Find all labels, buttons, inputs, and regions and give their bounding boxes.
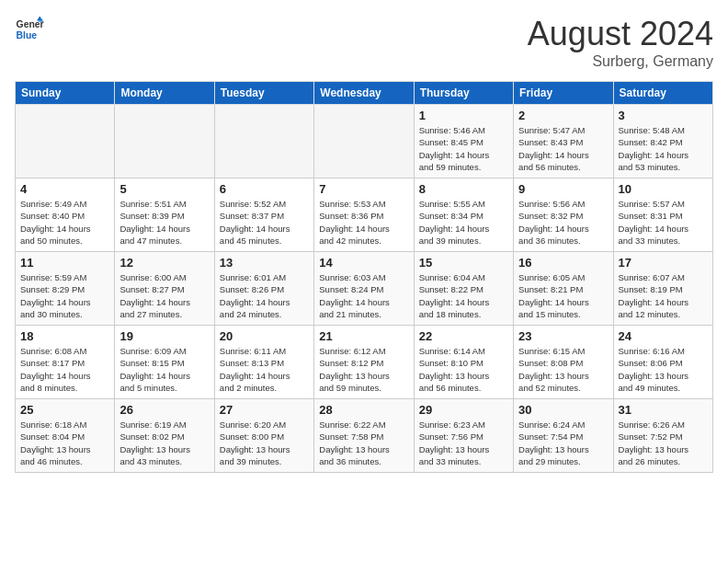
day-info: Sunrise: 6:23 AM Sunset: 7:56 PM Dayligh… bbox=[419, 419, 508, 467]
day-header-tuesday: Tuesday bbox=[214, 82, 313, 105]
day-cell: 17Sunrise: 6:07 AM Sunset: 8:19 PM Dayli… bbox=[613, 252, 712, 326]
day-number: 24 bbox=[619, 329, 708, 343]
day-number: 4 bbox=[20, 182, 109, 196]
day-info: Sunrise: 6:26 AM Sunset: 7:52 PM Dayligh… bbox=[619, 419, 708, 467]
day-cell: 20Sunrise: 6:11 AM Sunset: 8:13 PM Dayli… bbox=[214, 326, 313, 399]
day-cell: 29Sunrise: 6:23 AM Sunset: 7:56 PM Dayli… bbox=[414, 399, 513, 473]
day-info: Sunrise: 5:57 AM Sunset: 8:31 PM Dayligh… bbox=[619, 198, 708, 247]
day-info: Sunrise: 5:56 AM Sunset: 8:32 PM Dayligh… bbox=[518, 198, 608, 247]
day-cell: 25Sunrise: 6:18 AM Sunset: 8:04 PM Dayli… bbox=[16, 399, 115, 473]
day-info: Sunrise: 5:49 AM Sunset: 8:40 PM Dayligh… bbox=[20, 198, 109, 247]
day-info: Sunrise: 6:01 AM Sunset: 8:26 PM Dayligh… bbox=[220, 271, 309, 320]
day-number: 23 bbox=[518, 329, 608, 343]
day-cell: 28Sunrise: 6:22 AM Sunset: 7:58 PM Dayli… bbox=[314, 399, 414, 473]
day-number: 26 bbox=[119, 403, 209, 417]
day-cell: 26Sunrise: 6:19 AM Sunset: 8:02 PM Dayli… bbox=[115, 399, 214, 473]
day-info: Sunrise: 6:04 AM Sunset: 8:22 PM Dayligh… bbox=[419, 271, 508, 320]
day-cell: 15Sunrise: 6:04 AM Sunset: 8:22 PM Dayli… bbox=[414, 252, 513, 326]
day-cell: 1Sunrise: 5:46 AM Sunset: 8:45 PM Daylig… bbox=[414, 105, 513, 178]
day-number: 19 bbox=[119, 329, 209, 343]
logo: General Blue bbox=[15, 15, 44, 44]
week-row-1: 1Sunrise: 5:46 AM Sunset: 8:45 PM Daylig… bbox=[16, 105, 713, 178]
day-info: Sunrise: 6:16 AM Sunset: 8:06 PM Dayligh… bbox=[619, 345, 708, 394]
day-number: 27 bbox=[220, 403, 309, 417]
header-row: SundayMondayTuesdayWednesdayThursdayFrid… bbox=[16, 82, 713, 105]
week-row-5: 25Sunrise: 6:18 AM Sunset: 8:04 PM Dayli… bbox=[16, 399, 713, 473]
day-cell: 24Sunrise: 6:16 AM Sunset: 8:06 PM Dayli… bbox=[613, 326, 712, 399]
day-cell: 11Sunrise: 5:59 AM Sunset: 8:29 PM Dayli… bbox=[16, 252, 115, 326]
day-cell: 2Sunrise: 5:47 AM Sunset: 8:43 PM Daylig… bbox=[514, 105, 613, 178]
day-cell: 31Sunrise: 6:26 AM Sunset: 7:52 PM Dayli… bbox=[613, 399, 712, 473]
day-info: Sunrise: 6:03 AM Sunset: 8:24 PM Dayligh… bbox=[319, 271, 408, 320]
day-number: 25 bbox=[20, 403, 109, 417]
day-number: 2 bbox=[518, 109, 608, 122]
subtitle: Surberg, Germany bbox=[528, 53, 713, 70]
day-info: Sunrise: 6:08 AM Sunset: 8:17 PM Dayligh… bbox=[20, 345, 109, 394]
day-number: 15 bbox=[419, 256, 508, 270]
day-number: 3 bbox=[619, 109, 708, 122]
day-number: 28 bbox=[319, 403, 408, 417]
day-cell: 5Sunrise: 5:51 AM Sunset: 8:39 PM Daylig… bbox=[115, 178, 214, 252]
day-info: Sunrise: 5:55 AM Sunset: 8:34 PM Dayligh… bbox=[419, 198, 508, 247]
day-info: Sunrise: 6:22 AM Sunset: 7:58 PM Dayligh… bbox=[319, 419, 408, 467]
day-info: Sunrise: 6:20 AM Sunset: 8:00 PM Dayligh… bbox=[220, 419, 309, 467]
day-cell: 8Sunrise: 5:55 AM Sunset: 8:34 PM Daylig… bbox=[414, 178, 513, 252]
day-number: 20 bbox=[220, 329, 309, 343]
day-info: Sunrise: 5:59 AM Sunset: 8:29 PM Dayligh… bbox=[20, 271, 109, 320]
week-row-4: 18Sunrise: 6:08 AM Sunset: 8:17 PM Dayli… bbox=[16, 326, 713, 399]
day-info: Sunrise: 6:05 AM Sunset: 8:21 PM Dayligh… bbox=[518, 271, 608, 320]
day-number: 9 bbox=[518, 182, 608, 196]
day-info: Sunrise: 5:52 AM Sunset: 8:37 PM Dayligh… bbox=[220, 198, 309, 247]
day-cell: 23Sunrise: 6:15 AM Sunset: 8:08 PM Dayli… bbox=[514, 326, 613, 399]
day-header-friday: Friday bbox=[514, 82, 613, 105]
day-info: Sunrise: 6:24 AM Sunset: 7:54 PM Dayligh… bbox=[518, 419, 608, 467]
day-number: 30 bbox=[518, 403, 608, 417]
day-header-saturday: Saturday bbox=[613, 82, 712, 105]
svg-text:Blue: Blue bbox=[17, 30, 38, 40]
month-title: August 2024 bbox=[528, 15, 713, 53]
day-info: Sunrise: 6:15 AM Sunset: 8:08 PM Dayligh… bbox=[518, 345, 608, 394]
day-cell: 27Sunrise: 6:20 AM Sunset: 8:00 PM Dayli… bbox=[214, 399, 313, 473]
day-number: 29 bbox=[419, 403, 508, 417]
day-number: 22 bbox=[419, 329, 508, 343]
day-number: 1 bbox=[419, 109, 508, 122]
week-row-2: 4Sunrise: 5:49 AM Sunset: 8:40 PM Daylig… bbox=[16, 178, 713, 252]
day-info: Sunrise: 5:46 AM Sunset: 8:45 PM Dayligh… bbox=[419, 124, 508, 173]
day-info: Sunrise: 6:12 AM Sunset: 8:12 PM Dayligh… bbox=[319, 345, 408, 394]
day-info: Sunrise: 5:53 AM Sunset: 8:36 PM Dayligh… bbox=[319, 198, 408, 247]
calendar-table: SundayMondayTuesdayWednesdayThursdayFrid… bbox=[15, 81, 713, 473]
logo-icon: General Blue bbox=[15, 15, 44, 44]
day-cell: 3Sunrise: 5:48 AM Sunset: 8:42 PM Daylig… bbox=[613, 105, 712, 178]
day-number: 8 bbox=[419, 182, 508, 196]
day-number: 6 bbox=[220, 182, 309, 196]
day-cell bbox=[314, 105, 414, 178]
day-number: 12 bbox=[119, 256, 209, 270]
day-cell: 4Sunrise: 5:49 AM Sunset: 8:40 PM Daylig… bbox=[16, 178, 115, 252]
day-number: 17 bbox=[619, 256, 708, 270]
day-number: 21 bbox=[319, 329, 408, 343]
day-header-wednesday: Wednesday bbox=[314, 82, 414, 105]
day-cell: 30Sunrise: 6:24 AM Sunset: 7:54 PM Dayli… bbox=[514, 399, 613, 473]
week-row-3: 11Sunrise: 5:59 AM Sunset: 8:29 PM Dayli… bbox=[16, 252, 713, 326]
day-cell: 7Sunrise: 5:53 AM Sunset: 8:36 PM Daylig… bbox=[314, 178, 414, 252]
day-cell bbox=[115, 105, 214, 178]
day-cell: 21Sunrise: 6:12 AM Sunset: 8:12 PM Dayli… bbox=[314, 326, 414, 399]
day-cell: 18Sunrise: 6:08 AM Sunset: 8:17 PM Dayli… bbox=[16, 326, 115, 399]
day-cell: 9Sunrise: 5:56 AM Sunset: 8:32 PM Daylig… bbox=[514, 178, 613, 252]
day-cell bbox=[214, 105, 313, 178]
day-header-monday: Monday bbox=[115, 82, 214, 105]
day-info: Sunrise: 6:11 AM Sunset: 8:13 PM Dayligh… bbox=[220, 345, 309, 394]
day-number: 5 bbox=[119, 182, 209, 196]
day-number: 31 bbox=[619, 403, 708, 417]
day-number: 11 bbox=[20, 256, 109, 270]
day-header-sunday: Sunday bbox=[16, 82, 115, 105]
day-info: Sunrise: 6:18 AM Sunset: 8:04 PM Dayligh… bbox=[20, 419, 109, 467]
header: General Blue August 2024 Surberg, German… bbox=[15, 15, 713, 70]
day-info: Sunrise: 5:48 AM Sunset: 8:42 PM Dayligh… bbox=[619, 124, 708, 173]
day-cell bbox=[16, 105, 115, 178]
day-cell: 19Sunrise: 6:09 AM Sunset: 8:15 PM Dayli… bbox=[115, 326, 214, 399]
day-header-thursday: Thursday bbox=[414, 82, 513, 105]
day-cell: 13Sunrise: 6:01 AM Sunset: 8:26 PM Dayli… bbox=[214, 252, 313, 326]
day-info: Sunrise: 5:47 AM Sunset: 8:43 PM Dayligh… bbox=[518, 124, 608, 173]
day-number: 13 bbox=[220, 256, 309, 270]
